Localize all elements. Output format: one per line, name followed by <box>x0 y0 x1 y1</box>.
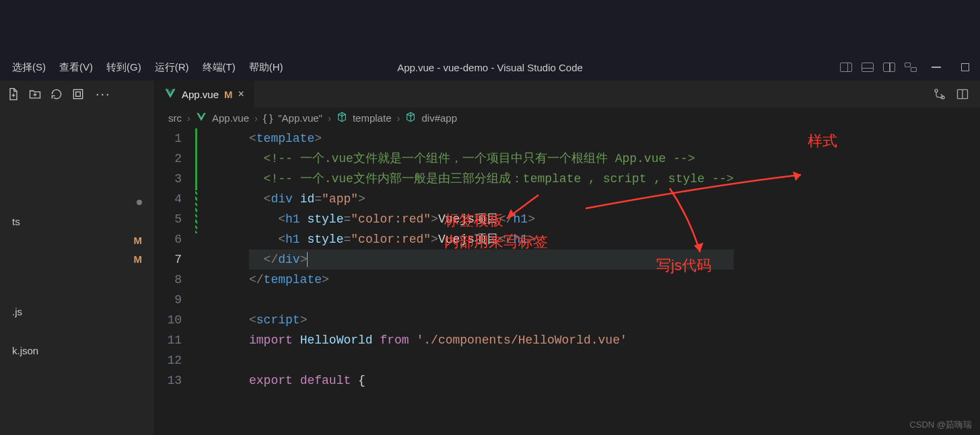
layout-grid-icon[interactable] <box>905 63 917 72</box>
cube-icon <box>405 112 416 124</box>
new-file-icon[interactable] <box>7 87 20 101</box>
file-row[interactable] <box>0 268 154 302</box>
svg-rect-0 <box>73 89 82 98</box>
file-row[interactable] <box>0 193 154 212</box>
modified-badge: M <box>134 235 143 246</box>
window-maximize-icon[interactable] <box>961 63 969 71</box>
new-folder-icon[interactable] <box>28 87 42 101</box>
menu-bar: 选择(S) 查看(V) 转到(G) 运行(R) 终端(T) 帮助(H) App.… <box>0 54 980 81</box>
refresh-icon[interactable] <box>50 87 63 101</box>
tab-filename: App.vue <box>182 89 219 100</box>
breadcrumb-template[interactable]: template <box>353 112 392 124</box>
breadcrumb-file[interactable]: App.vue <box>212 112 249 124</box>
breadcrumb-src[interactable]: src <box>168 112 182 124</box>
svg-point-2 <box>935 89 938 92</box>
file-name: ts <box>12 216 20 227</box>
window-controls <box>840 63 975 72</box>
vue-icon <box>196 112 207 124</box>
layout-left-icon[interactable] <box>840 63 852 72</box>
tab-app-vue[interactable]: App.vue M × <box>155 81 254 108</box>
menu-select[interactable]: 选择(S) <box>5 61 53 74</box>
braces-icon: { } <box>263 112 273 124</box>
file-row[interactable]: .js <box>0 302 154 321</box>
collapse-icon[interactable] <box>71 87 85 101</box>
explorer-sidebar: ··· ts M M .js k.json <box>0 81 155 435</box>
file-row[interactable]: k.json <box>0 341 154 360</box>
file-row[interactable]: ts <box>0 212 154 231</box>
menu-run[interactable]: 运行(R) <box>148 61 196 74</box>
menu-help[interactable]: 帮助(H) <box>242 61 290 74</box>
file-name: k.json <box>12 345 38 356</box>
tab-modified-badge: M <box>224 89 233 100</box>
file-name: .js <box>12 306 22 317</box>
line-gutter: 1 2 3 4 5 6 7 8 9 10 11 12 13 <box>155 128 195 435</box>
tab-close-icon[interactable]: × <box>238 88 244 100</box>
file-list: ts M M .js k.json <box>0 112 154 360</box>
chevron-right-icon: › <box>328 112 331 124</box>
split-editor-icon[interactable] <box>956 87 969 101</box>
code-lines[interactable]: <template> <!-- 一个.vue文件就是一个组件，一个项目中只有一个… <box>195 128 734 435</box>
file-row[interactable]: M <box>0 231 154 249</box>
window-minimize-icon[interactable] <box>932 67 941 68</box>
title-bar-spacer <box>0 0 980 54</box>
compare-changes-icon[interactable] <box>933 87 946 101</box>
more-actions-icon[interactable]: ··· <box>93 86 111 102</box>
vue-icon <box>164 87 176 102</box>
breadcrumb-scope[interactable]: "App.vue" <box>278 112 322 124</box>
chevron-right-icon: › <box>187 112 190 124</box>
breadcrumb[interactable]: src › App.vue › { } "App.vue" › template… <box>155 108 980 128</box>
chevron-right-icon: › <box>254 112 258 124</box>
chevron-right-icon: › <box>396 112 400 124</box>
layout-split-icon[interactable] <box>883 63 895 72</box>
svg-rect-1 <box>76 91 81 96</box>
layout-bottom-icon[interactable] <box>862 63 874 72</box>
menu-terminal[interactable]: 终端(T) <box>196 61 242 74</box>
cube-icon <box>337 112 347 124</box>
modified-dot-icon <box>137 200 142 205</box>
editor-tabs: App.vue M × <box>155 81 980 108</box>
breadcrumb-div[interactable]: div#app <box>421 112 457 124</box>
code-editor[interactable]: 1 2 3 4 5 6 7 8 9 10 11 12 13 <template> <box>155 128 980 435</box>
menu-go[interactable]: 转到(G) <box>100 61 148 74</box>
file-row[interactable] <box>0 112 154 193</box>
watermark: CSDN @茹嗨瑞 <box>909 419 972 431</box>
window-title: App.vue - vue-demo - Visual Studio Code <box>397 62 583 73</box>
file-row[interactable] <box>0 321 154 341</box>
menu-view[interactable]: 查看(V) <box>53 61 100 74</box>
modified-badge: M <box>134 253 143 265</box>
file-row[interactable]: M <box>0 249 154 268</box>
